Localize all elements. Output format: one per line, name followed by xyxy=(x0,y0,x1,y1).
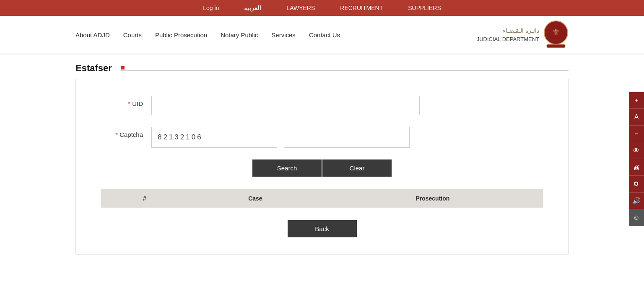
logo-emblem: ⚜ xyxy=(543,20,569,49)
sound-icon: 🔊 xyxy=(632,197,641,205)
logo-text: دائـرة الـقـضـاء JUDICIAL DEPARTMENT xyxy=(477,26,539,44)
main-content: Estafser *UID *Captcha 8213210 xyxy=(0,54,644,267)
title-red-dot-row xyxy=(121,66,569,69)
captcha-label: *Captcha xyxy=(101,127,151,138)
captcha-display: 82132106 xyxy=(151,127,277,148)
back-button[interactable]: Back xyxy=(288,220,357,237)
smiley-icon: ☺ xyxy=(633,214,640,221)
title-line xyxy=(121,70,569,71)
captcha-required-star: * xyxy=(115,131,118,138)
logo-english: JUDICIAL DEPARTMENT xyxy=(477,35,539,44)
toolbar-font-size[interactable]: A xyxy=(629,109,644,126)
nav-public-prosecution[interactable]: Public Prosecution xyxy=(155,31,207,39)
col-prosecution: Prosecution xyxy=(322,189,543,208)
page-title-row: Estafser xyxy=(75,63,569,74)
toolbar-share[interactable]: ⭘ xyxy=(629,176,644,193)
captcha-row: *Captcha 82132106 xyxy=(101,127,543,148)
eye-icon: 👁 xyxy=(633,147,640,154)
nav-notary-public[interactable]: Notary Public xyxy=(221,31,258,39)
logo-area: دائـرة الـقـضـاء JUDICIAL DEPARTMENT ⚜ xyxy=(477,20,569,49)
svg-rect-2 xyxy=(547,44,565,48)
captcha-input[interactable] xyxy=(284,127,410,148)
print-icon: 🖨 xyxy=(633,164,640,171)
logo-arabic: دائـرة الـقـضـاء xyxy=(477,26,539,35)
right-toolbar: + A − 👁 🖨 ⭘ 🔊 ☺ xyxy=(629,92,644,226)
search-button[interactable]: Search xyxy=(252,159,322,177)
main-nav: About ADJD Courts Public Prosecution Not… xyxy=(75,31,340,39)
toolbar-print[interactable]: 🖨 xyxy=(629,159,644,176)
lawyers-link[interactable]: LAWYERS xyxy=(286,5,315,11)
form-card: *UID *Captcha 82132106 Search Clear xyxy=(75,79,569,255)
header: About ADJD Courts Public Prosecution Not… xyxy=(0,16,644,54)
share-icon: ⭘ xyxy=(633,180,640,188)
back-row: Back xyxy=(101,220,543,237)
clear-button[interactable]: Clear xyxy=(322,159,392,177)
login-link[interactable]: Log in xyxy=(203,5,219,11)
page-title: Estafser xyxy=(75,63,117,74)
svg-text:⚜: ⚜ xyxy=(552,27,560,37)
recruitment-link[interactable]: RECRUITMENT xyxy=(340,5,383,11)
uid-input-area xyxy=(151,96,543,115)
action-buttons-row: Search Clear xyxy=(101,159,543,177)
nav-courts[interactable]: Courts xyxy=(123,31,142,39)
uid-row: *UID xyxy=(101,96,543,115)
suppliers-link[interactable]: SUPPLIERS xyxy=(408,5,441,11)
toolbar-smiley[interactable]: ☺ xyxy=(629,209,644,226)
captcha-input-area: 82132106 xyxy=(151,127,543,148)
toolbar-sound[interactable]: 🔊 xyxy=(629,193,644,209)
toolbar-eye[interactable]: 👁 xyxy=(629,142,644,159)
uid-required-star: * xyxy=(128,100,130,107)
results-table: # Case Prosecution xyxy=(101,189,543,208)
nav-contact-us[interactable]: Contact Us xyxy=(309,31,340,39)
arabic-link[interactable]: العربية xyxy=(244,4,261,12)
nav-services[interactable]: Services xyxy=(271,31,296,39)
uid-input[interactable] xyxy=(151,96,420,115)
toolbar-zoom-in[interactable]: + xyxy=(629,92,644,109)
toolbar-zoom-out[interactable]: − xyxy=(629,126,644,142)
uid-label: *UID xyxy=(101,96,151,107)
nav-about[interactable]: About ADJD xyxy=(75,31,110,39)
red-dot xyxy=(121,66,125,69)
col-case: Case xyxy=(188,189,322,208)
col-hash: # xyxy=(101,189,188,208)
table-head: # Case Prosecution xyxy=(101,189,543,208)
top-bar: Log in العربية LAWYERS RECRUITMENT SUPPL… xyxy=(0,0,644,16)
table-header-row: # Case Prosecution xyxy=(101,189,543,208)
title-line-container xyxy=(121,66,569,71)
captcha-fields: 82132106 xyxy=(151,127,543,148)
